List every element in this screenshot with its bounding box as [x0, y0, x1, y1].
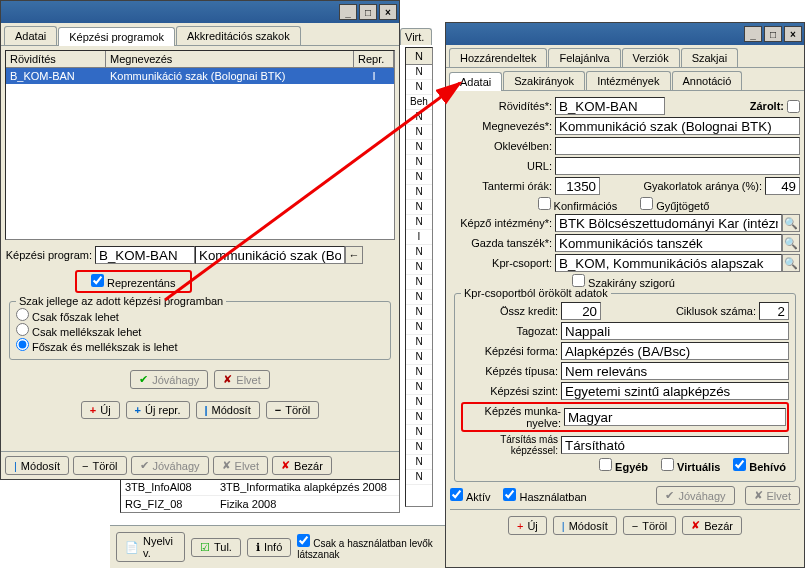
col-rovidites[interactable]: Rövidítés [6, 51, 106, 67]
n-cell[interactable]: N [406, 440, 432, 455]
grid-row-selected[interactable]: B_KOM-BAN Kommunikáció szak (Bolognai BT… [6, 68, 394, 84]
elvet3-button[interactable]: ✘Elvet [745, 486, 800, 505]
n-cell[interactable]: N [406, 65, 432, 80]
egyeb-checkbox[interactable]: Egyéb [599, 458, 651, 473]
bezar-button[interactable]: ✘Bezár [272, 456, 332, 475]
n-cell[interactable]: N [406, 260, 432, 275]
tab-virt[interactable]: Virt. [400, 28, 432, 45]
megnevezes-input[interactable] [555, 117, 800, 135]
tab-felajanlva[interactable]: Felajánlva [548, 48, 620, 67]
oklevelben-input[interactable] [555, 137, 800, 155]
kepzesi-name-input[interactable] [195, 246, 345, 264]
tab-annotacio[interactable]: Annotáció [672, 71, 743, 90]
tab-hozzarendeltek[interactable]: Hozzárendeltek [449, 48, 547, 67]
n-cell[interactable]: N [406, 365, 432, 380]
gyujt-checkbox[interactable]: Gyűjtögető [640, 197, 712, 212]
jovahagy3-button[interactable]: ✔Jóváhagy [656, 486, 734, 505]
kepzesi-code-input[interactable] [95, 246, 195, 264]
n-cell[interactable]: N [406, 410, 432, 425]
modosit3-button[interactable]: |Módosít [553, 516, 617, 535]
n-col-head[interactable]: N [406, 48, 432, 65]
n-cell[interactable]: N [406, 380, 432, 395]
gyak-input[interactable] [765, 177, 800, 195]
n-cell[interactable]: N [406, 470, 432, 485]
tagozat-input[interactable] [561, 322, 789, 340]
n-cell[interactable]: N [406, 245, 432, 260]
tipus-input[interactable] [561, 362, 789, 380]
n-cell[interactable]: N [406, 425, 432, 440]
close2-button[interactable]: × [784, 26, 802, 42]
n-cell[interactable]: Beh [406, 95, 432, 110]
n-cell[interactable]: N [406, 200, 432, 215]
kpr-input[interactable] [555, 254, 782, 272]
behivo-checkbox[interactable]: Behívó [733, 458, 789, 473]
radio-foszak[interactable]: Csak főszak lehet [16, 308, 384, 323]
konf-checkbox[interactable]: Konfirmációs [538, 197, 621, 212]
virtualis-checkbox[interactable]: Virtuális [661, 458, 723, 473]
url-input[interactable] [555, 157, 800, 175]
tab-verziok[interactable]: Verziók [622, 48, 680, 67]
tab-adatai2[interactable]: Adatai [449, 72, 502, 91]
tab-akkreditacios[interactable]: Akkreditációs szakok [176, 26, 301, 45]
n-cell[interactable]: N [406, 125, 432, 140]
radio-mellekszak[interactable]: Csak mellékszak lehet [16, 323, 384, 338]
torol2-button[interactable]: −Töröl [73, 456, 127, 475]
bottom-row-2[interactable]: RG_FIZ_08 Fizika 2008 [121, 496, 399, 512]
zarolt-checkbox[interactable] [787, 100, 800, 113]
n-cell[interactable]: N [406, 185, 432, 200]
rovidites-input[interactable] [555, 97, 665, 115]
modosit-button[interactable]: |Módosít [196, 401, 260, 419]
jovahagy-button[interactable]: ✔Jóváhagy [130, 370, 208, 389]
col-megnevezes[interactable]: Megnevezés [106, 51, 354, 67]
uj-button[interactable]: +Új [81, 401, 120, 419]
minimize-button[interactable]: _ [339, 4, 357, 20]
aktiv-checkbox[interactable]: Aktív [450, 488, 493, 503]
n-cell[interactable]: N [406, 290, 432, 305]
bezar2-button[interactable]: ✘Bezár [682, 516, 742, 535]
ossz-input[interactable] [561, 302, 601, 320]
n-cell[interactable]: N [406, 215, 432, 230]
n-cell[interactable]: N [406, 275, 432, 290]
haszn-checkbox[interactable]: Használatban [503, 488, 589, 503]
tab-adatai[interactable]: Adatai [4, 26, 57, 45]
nyelvi-button[interactable]: 📄Nyelvi v. [116, 532, 185, 562]
jovahagy2-button[interactable]: ✔Jóváhagy [131, 456, 209, 475]
n-cell[interactable]: N [406, 170, 432, 185]
n-cell[interactable]: N [406, 155, 432, 170]
tab-kepzesi-programok[interactable]: Képzési programok [58, 27, 175, 46]
lookup-icon[interactable]: 🔍 [782, 214, 800, 232]
tab-szakjai[interactable]: Szakjai [681, 48, 738, 67]
tarsit-input[interactable] [561, 436, 789, 454]
min2-button[interactable]: _ [744, 26, 762, 42]
uj-repr-button[interactable]: +Új repr. [126, 401, 190, 419]
back-arrow-button[interactable]: ← [345, 246, 363, 264]
modosit2-button[interactable]: |Módosít [5, 456, 69, 475]
tul-button[interactable]: ☑Tul. [191, 538, 241, 557]
n-cell[interactable]: I [406, 230, 432, 245]
elvet2-button[interactable]: ✘Elvet [213, 456, 268, 475]
maximize-button[interactable]: □ [359, 4, 377, 20]
n-cell[interactable]: N [406, 350, 432, 365]
torol3-button[interactable]: −Töröl [623, 516, 677, 535]
n-cell[interactable]: N [406, 110, 432, 125]
forma-input[interactable] [561, 342, 789, 360]
n-cell[interactable]: N [406, 140, 432, 155]
gazda-input[interactable] [555, 234, 782, 252]
lookup2-icon[interactable]: 🔍 [782, 234, 800, 252]
n-cell[interactable]: N [406, 455, 432, 470]
tantermi-input[interactable] [555, 177, 600, 195]
n-cell[interactable]: N [406, 80, 432, 95]
cikl-input[interactable] [759, 302, 789, 320]
n-cell[interactable]: N [406, 395, 432, 410]
n-cell[interactable]: N [406, 335, 432, 350]
tab-szakiranyok[interactable]: Szakirányok [503, 71, 585, 90]
szint-input[interactable] [561, 382, 789, 400]
kepzo-input[interactable] [555, 214, 782, 232]
lookup3-icon[interactable]: 🔍 [782, 254, 800, 272]
max2-button[interactable]: □ [764, 26, 782, 42]
info-button[interactable]: ℹInfó [247, 538, 291, 557]
bottom-row-1[interactable]: 3TB_InfoAl08 3TB_Informatika alapképzés … [121, 479, 399, 496]
reprezentans-checkbox[interactable]: Reprezentáns [91, 277, 176, 289]
n-cell[interactable]: N [406, 320, 432, 335]
tab-intezmenyek[interactable]: Intézmények [586, 71, 670, 90]
